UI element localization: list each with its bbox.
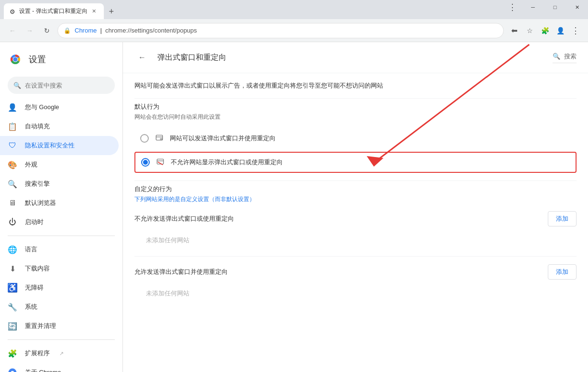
block-custom-row: 不允许发送弹出式窗口或使用重定向 添加 bbox=[134, 211, 577, 226]
option-block-label: 不允许网站显示弹出式窗口或使用重定向 bbox=[171, 158, 283, 167]
custom-desc[interactable]: 下列网站采用的是自定义设置（而非默认设置） bbox=[134, 195, 577, 203]
external-link-icon: ↗ bbox=[59, 350, 64, 357]
content-header: ← 弹出式窗口和重定向 🔍 搜索 bbox=[123, 42, 588, 73]
svg-point-3 bbox=[13, 57, 18, 62]
sidebar-search-bar[interactable]: 🔍 bbox=[8, 77, 115, 94]
sidebar-item-extensions[interactable]: 🧩 扩展程序 ↗ bbox=[0, 344, 119, 363]
bookmark-button[interactable]: ☆ bbox=[523, 24, 536, 37]
allow-add-button[interactable]: 添加 bbox=[548, 264, 577, 280]
sidebar-item-appearance[interactable]: 🎨 外观 bbox=[0, 155, 119, 174]
content-search-label: 搜索 bbox=[564, 52, 577, 61]
extensions-button[interactable]: 🧩 bbox=[538, 24, 552, 37]
sidebar-item-reset[interactable]: 🔄 重置并清理 bbox=[0, 316, 119, 336]
popup-allow-icon bbox=[155, 134, 164, 143]
sidebar-label-reset: 重置并清理 bbox=[25, 322, 56, 330]
minimize-button[interactable]: ─ bbox=[522, 0, 544, 14]
chrome-menu-button[interactable]: ⋮ bbox=[503, 0, 522, 14]
sidebar-label-extensions: 扩展程序 bbox=[25, 349, 50, 358]
divider-1 bbox=[134, 98, 577, 99]
chrome-circle-icon bbox=[8, 368, 17, 372]
tab-group: ⚙ 设置 - 弹出式窗口和重定向 ✕ + bbox=[4, 3, 118, 19]
description-text: 网站可能会发送弹出式窗口以展示广告，或者使用重定向将您引导至您可能不想访问的网站 bbox=[134, 81, 577, 90]
clipboard-icon: 📋 bbox=[8, 122, 17, 131]
reset-icon: 🔄 bbox=[8, 321, 17, 331]
url-site: Chrome bbox=[75, 27, 97, 34]
allow-empty-label: 未添加任何网站 bbox=[134, 285, 577, 302]
sidebar-label-about: 关于 Chrome bbox=[25, 368, 61, 372]
monitor-icon: 🖥 bbox=[8, 198, 17, 208]
content-search-icon: 🔍 bbox=[553, 53, 560, 60]
sidebar-item-system[interactable]: 🔧 系统 bbox=[0, 297, 119, 316]
shield-icon: 🛡 bbox=[8, 141, 17, 150]
content-back-button[interactable]: ← bbox=[134, 50, 150, 65]
download-icon: ⬇ bbox=[8, 264, 17, 273]
sidebar-label-google: 您与 Google bbox=[25, 103, 59, 112]
puzzle-icon: 🧩 bbox=[8, 349, 17, 358]
sidebar-item-about[interactable]: 关于 Chrome bbox=[0, 363, 119, 372]
allow-custom-row: 允许发送弹出式窗口并使用重定向 添加 bbox=[134, 264, 577, 280]
radio-block[interactable] bbox=[141, 158, 150, 167]
menu-button[interactable]: ⋮ bbox=[569, 24, 582, 37]
power-icon: ⏻ bbox=[8, 217, 17, 227]
sidebar-label-appearance: 外观 bbox=[25, 160, 37, 169]
chrome-logo-icon bbox=[8, 52, 23, 67]
sidebar-item-browser[interactable]: 🖥 默认浏览器 bbox=[0, 193, 119, 213]
popup-block-icon bbox=[155, 158, 165, 167]
default-behavior-label: 默认行为 bbox=[134, 102, 577, 111]
block-add-button[interactable]: 添加 bbox=[548, 211, 577, 226]
reload-button[interactable]: ↻ bbox=[40, 24, 54, 37]
active-tab[interactable]: ⚙ 设置 - 弹出式窗口和重定向 ✕ bbox=[4, 3, 104, 19]
sidebar-label-startup: 启动时 bbox=[25, 218, 44, 226]
default-behavior-section: 默认行为 网站会在您访问时自动采用此设置 网站可以发送弹出式窗口并使用重定向 bbox=[134, 102, 577, 173]
sidebar-nav: 👤 您与 Google 📋 自动填充 🛡 隐私设置和安全性 🎨 外观 🔍 搜索引… bbox=[0, 98, 122, 372]
sidebar-item-autofill[interactable]: 📋 自动填充 bbox=[0, 117, 119, 136]
sidebar-item-language[interactable]: 🌐 语言 bbox=[0, 240, 119, 259]
share-button[interactable]: ⬆ bbox=[508, 24, 521, 37]
default-behavior-desc: 网站会在您访问时自动采用此设置 bbox=[134, 113, 577, 121]
sidebar-item-privacy[interactable]: 🛡 隐私设置和安全性 bbox=[0, 136, 119, 155]
allow-custom-label: 允许发送弹出式窗口并使用重定向 bbox=[134, 268, 228, 276]
sidebar-label-autofill: 自动填充 bbox=[25, 122, 50, 131]
settings-title: 设置 bbox=[29, 54, 46, 65]
profile-button[interactable]: 👤 bbox=[554, 24, 567, 37]
tab-close-button[interactable]: ✕ bbox=[90, 8, 98, 15]
window-controls: ⋮ ─ □ ✕ bbox=[503, 0, 588, 14]
forward-button[interactable]: → bbox=[23, 24, 36, 37]
divider-3 bbox=[134, 256, 577, 257]
url-text: Chrome | chrome://settings/content/popup… bbox=[75, 27, 498, 34]
custom-label: 自定义的行为 bbox=[134, 185, 577, 193]
option-allow[interactable]: 网站可以发送弹出式窗口并使用重定向 bbox=[134, 129, 577, 148]
sidebar-item-accessibility[interactable]: ♿ 无障碍 bbox=[0, 278, 119, 297]
sidebar-item-downloads[interactable]: ⬇ 下载内容 bbox=[0, 259, 119, 278]
url-bar[interactable]: 🔒 Chrome | chrome://settings/content/pop… bbox=[57, 23, 504, 38]
option-allow-label: 网站可以发送弹出式窗口并使用重定向 bbox=[170, 134, 276, 143]
block-custom-label: 不允许发送弹出式窗口或使用重定向 bbox=[134, 214, 234, 223]
sidebar-item-startup[interactable]: ⏻ 启动时 bbox=[0, 213, 119, 232]
wrench-icon: 🔧 bbox=[8, 302, 17, 312]
option-block[interactable]: 不允许网站显示弹出式窗口或使用重定向 bbox=[134, 152, 577, 173]
sidebar-item-google[interactable]: 👤 您与 Google bbox=[0, 98, 119, 117]
content-title: 弹出式窗口和重定向 bbox=[157, 53, 545, 63]
new-tab-button[interactable]: + bbox=[105, 5, 118, 18]
content-search-bar[interactable]: 🔍 搜索 bbox=[553, 52, 577, 63]
maximize-button[interactable]: □ bbox=[544, 0, 566, 14]
radio-allow[interactable] bbox=[140, 134, 149, 143]
sidebar-divider-2 bbox=[8, 339, 115, 340]
close-button[interactable]: ✕ bbox=[566, 0, 588, 14]
person-icon: 👤 bbox=[8, 102, 17, 112]
sidebar-label-system: 系统 bbox=[25, 303, 37, 311]
sidebar-label-privacy: 隐私设置和安全性 bbox=[25, 141, 75, 150]
back-button[interactable]: ← bbox=[6, 24, 19, 37]
main-layout: 设置 🔍 👤 您与 Google 📋 自动填充 🛡 隐私设置和安全性 🎨 bbox=[0, 42, 588, 372]
sidebar-divider-1 bbox=[8, 236, 115, 236]
address-actions: ⬆ ☆ 🧩 👤 ⋮ bbox=[508, 24, 582, 37]
sidebar-label-accessibility: 无障碍 bbox=[25, 283, 44, 292]
palette-icon: 🎨 bbox=[8, 160, 17, 169]
sidebar-label-language: 语言 bbox=[25, 245, 37, 254]
url-icon: 🔒 bbox=[64, 27, 71, 34]
sidebar: 设置 🔍 👤 您与 Google 📋 自动填充 🛡 隐私设置和安全性 🎨 bbox=[0, 42, 122, 372]
sidebar-search-input[interactable] bbox=[25, 82, 109, 89]
title-bar: ⚙ 设置 - 弹出式窗口和重定向 ✕ + ⋮ ─ □ ✕ bbox=[0, 0, 588, 19]
sidebar-item-search[interactable]: 🔍 搜索引擎 bbox=[0, 174, 119, 193]
accessibility-icon: ♿ bbox=[8, 283, 17, 293]
